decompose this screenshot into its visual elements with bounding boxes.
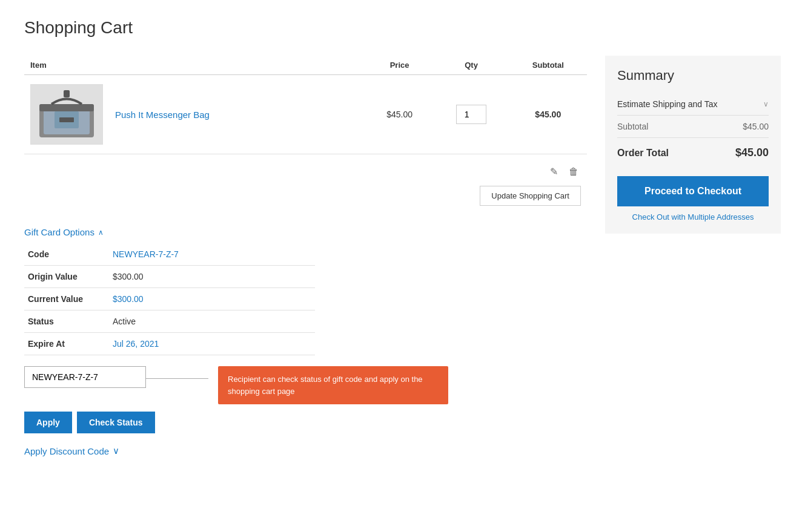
gc-label-origin: Origin Value [24,266,109,288]
product-subtotal: $45.00 [509,75,587,154]
product-image [30,84,103,145]
col-header-item: Item [24,56,366,75]
gc-row-status: Status Active [24,310,315,333]
estimate-label: Estimate Shipping and Tax [617,99,718,109]
summary-area: Summary Estimate Shipping and Tax ∨ Subt… [605,56,781,234]
gc-value-origin: $300.00 [109,266,315,288]
svg-rect-4 [59,117,74,122]
gc-row-origin: Origin Value $300.00 [24,266,315,288]
gift-card-chevron: ∧ [98,228,104,237]
gift-card-label: Gift Card Options [24,227,94,237]
gc-value-current: $300.00 [109,288,315,310]
multi-address-link[interactable]: Check Out with Multiple Addresses [617,212,769,222]
gc-label-current: Current Value [24,288,109,310]
apply-discount-label: Apply Discount Code [24,446,109,456]
gc-row-current: Current Value $300.00 [24,288,315,310]
chevron-down-icon: ∨ [113,445,119,456]
delete-item-button[interactable]: 🗑 [566,163,581,180]
table-row: Push It Messenger Bag $45.00 $45.00 [24,75,587,154]
svg-rect-5 [64,90,70,97]
order-total-label: Order Total [617,148,669,159]
summary-box: Summary Estimate Shipping and Tax ∨ Subt… [605,56,781,234]
subtotal-value: $45.00 [743,122,769,131]
estimate-chevron-icon: ∨ [763,100,769,108]
gift-card-toggle[interactable]: Gift Card Options ∧ [24,227,104,237]
cart-table: Item Price Qty Subtotal [24,56,587,215]
product-price: $45.00 [366,75,434,154]
gc-value-code: NEWYEAR-7-Z-7 [109,243,315,266]
gift-card-section: Gift Card Options ∧ Code NEWYEAR-7-Z-7 O… [24,227,587,433]
svg-rect-2 [39,104,94,111]
gift-card-table: Code NEWYEAR-7-Z-7 Origin Value $300.00 … [24,243,315,355]
trash-icon: 🗑 [569,166,578,177]
gift-card-code-input[interactable] [24,366,146,388]
edit-item-button[interactable]: ✎ [548,163,560,180]
gift-card-buttons: Apply Check Status [24,412,587,433]
apply-discount-toggle[interactable]: Apply Discount Code ∨ [24,445,119,456]
gift-card-input-area: Recipient can check status of gift code … [24,366,448,404]
gc-row-code: Code NEWYEAR-7-Z-7 [24,243,315,266]
gc-label-expire: Expire At [24,333,109,355]
checkout-button[interactable]: Proceed to Checkout [617,176,769,206]
gc-value-expire: Jul 26, 2021 [109,333,315,355]
page-title: Shopping Cart [24,18,781,38]
col-header-qty: Qty [434,56,509,75]
gc-value-status: Active [109,310,315,333]
order-total-value: $45.00 [735,146,769,159]
quantity-input[interactable] [456,105,486,124]
col-header-price: Price [366,56,434,75]
summary-row-order-total: Order Total $45.00 [617,138,769,165]
product-name-link[interactable]: Push It Messenger Bag [115,110,210,120]
col-header-subtotal: Subtotal [509,56,587,75]
summary-row-estimate[interactable]: Estimate Shipping and Tax ∨ [617,93,769,116]
pencil-icon: ✎ [550,166,558,177]
apply-discount-section: Apply Discount Code ∨ [24,445,587,456]
gift-card-tooltip: Recipient can check status of gift code … [218,366,448,404]
cart-actions-row: ✎ 🗑 Update Shopping Cart [24,154,587,215]
gc-label-status: Status [24,310,109,333]
update-cart-button[interactable]: Update Shopping Cart [480,186,581,206]
apply-gift-card-button[interactable]: Apply [24,412,72,433]
gc-label-code: Code [24,243,109,266]
cart-area: Item Price Qty Subtotal [24,56,587,456]
gc-row-expire: Expire At Jul 26, 2021 [24,333,315,355]
summary-title: Summary [617,68,769,84]
summary-row-subtotal: Subtotal $45.00 [617,116,769,138]
check-status-button[interactable]: Check Status [77,412,155,433]
subtotal-label: Subtotal [617,122,648,131]
